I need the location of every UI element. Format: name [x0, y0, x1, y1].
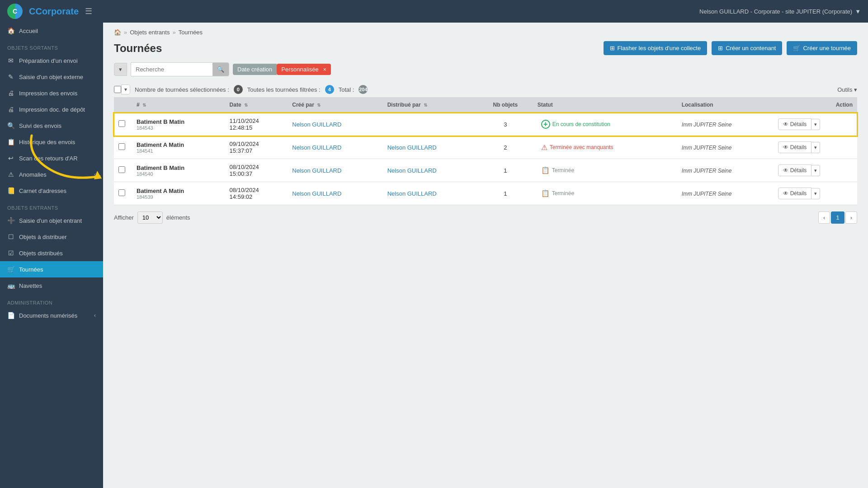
sort-icon-created[interactable]: ⇅: [317, 103, 321, 108]
sort-icon-date[interactable]: ⇅: [244, 103, 248, 108]
row-checkbox[interactable]: [118, 166, 125, 173]
sidebar-item-impression-depot[interactable]: 🖨 Impression doc. de dépôt: [0, 101, 103, 117]
logo-icon: C: [7, 4, 23, 19]
select-dropdown-button[interactable]: ▾: [121, 84, 130, 94]
created-by-link[interactable]: Nelson GUILLARD: [292, 121, 341, 128]
page-title: Tournées: [114, 42, 162, 55]
hamburger-icon[interactable]: ☰: [85, 6, 92, 16]
status-badge: ⚠ Terminée avec manquants: [538, 142, 617, 153]
col-number: # ⇅: [132, 97, 225, 113]
sidebar-item-preparation[interactable]: ✉ Préparation d'un envoi: [0, 52, 103, 69]
details-button[interactable]: 👁 Détails: [778, 164, 812, 176]
details-button[interactable]: 👁 Détails: [778, 188, 812, 199]
nb-objects-value: 1: [504, 190, 507, 197]
tournee-name: Batiment A Matin: [137, 188, 221, 194]
sort-icon-number[interactable]: ⇅: [142, 103, 146, 108]
sort-icon-distributed[interactable]: ⇅: [424, 103, 427, 108]
tools-button[interactable]: Outils ▾: [837, 86, 857, 93]
status-text: En cours de constitution: [552, 121, 610, 127]
total-label: Total :: [339, 86, 354, 93]
cell-date: 08/10/2024 14:59:02: [225, 182, 288, 205]
row-checkbox[interactable]: [118, 189, 125, 196]
sidebar-item-saisie-externe[interactable]: ✎ Saisie d'un objet externe: [0, 69, 103, 85]
details-dropdown-arrow[interactable]: ▾: [811, 188, 820, 199]
sidebar-item-tournees[interactable]: 🛒 Tournées: [0, 261, 103, 277]
sidebar-item-objets-distribuer[interactable]: ☐ Objets à distribuer: [0, 229, 103, 245]
tournee-time: 12:48:15: [230, 124, 283, 131]
breadcrumb-item2: Tournées: [179, 29, 203, 36]
created-by-link[interactable]: Nelson GUILLARD: [292, 167, 341, 174]
action-wrap: 👁 Détails ▾: [778, 164, 853, 176]
cell-checkbox: [114, 113, 132, 136]
per-page-select[interactable]: 102550100: [137, 211, 163, 224]
print2-icon: 🖨: [7, 106, 14, 113]
search-input-wrap: 🔍: [131, 62, 229, 76]
created-by-link[interactable]: Nelson GUILLARD: [292, 190, 341, 197]
sidebar-item-objets-distribues[interactable]: ☑ Objets distribués: [0, 245, 103, 261]
eye-icon: 👁: [783, 144, 788, 150]
details-dropdown-arrow[interactable]: ▾: [811, 142, 820, 153]
sidebar-item-carnet[interactable]: 📒 Carnet d'adresses: [0, 183, 103, 199]
sidebar-item-documents[interactable]: 📄 Documents numérisés ‹: [0, 307, 103, 324]
cell-action: 👁 Détails ▾: [774, 159, 857, 182]
sidebar-item-suivi[interactable]: 🔍 Suivi des envois: [0, 117, 103, 134]
next-page-button[interactable]: ›: [845, 211, 857, 224]
col-date: Date ⇅: [225, 97, 288, 113]
user-dropdown-arrow[interactable]: ▼: [855, 8, 861, 15]
distributed-by-link[interactable]: Nelson GUILLARD: [387, 190, 437, 197]
current-page-button[interactable]: 1: [831, 211, 844, 224]
cell-nb-objects: 3: [478, 113, 533, 136]
details-dropdown-arrow[interactable]: ▾: [811, 119, 820, 130]
cell-checkbox: [114, 136, 132, 159]
prev-page-button[interactable]: ‹: [818, 211, 830, 224]
sidebar-item-label: Impression doc. de dépôt: [19, 106, 85, 113]
topbar: C CCorporate ☰ Nelson GUILLARD - Corpora…: [0, 0, 868, 23]
sidebar-item-navettes[interactable]: 🚌 Navettes: [0, 277, 103, 294]
sidebar-item-accueil[interactable]: 🏠 Accueil: [0, 23, 103, 39]
sidebar-item-scan-retours[interactable]: ↩ Scan des retours d'AR: [0, 150, 103, 166]
filter-dropdown-button[interactable]: ▾: [114, 63, 127, 76]
select-all-checkbox[interactable]: [114, 86, 121, 93]
tournee-id: 184541: [137, 148, 221, 154]
sidebar-item-historique[interactable]: 📋 Historique des envois: [0, 134, 103, 150]
cell-action: 👁 Détails ▾: [774, 136, 857, 159]
table-controls: ▾ Nombre de tournées sélectionnées : 0 T…: [103, 82, 868, 97]
flash-button[interactable]: ⊞ Flasher les objets d'une collecte: [604, 41, 708, 55]
sidebar: 🏠 Accueil OBJETS SORTANTS ✉ Préparation …: [0, 23, 103, 488]
page-actions: ⊞ Flasher les objets d'une collecte ⊞ Cr…: [604, 41, 857, 55]
breadcrumb-home-icon[interactable]: 🏠: [114, 29, 121, 36]
create-tournee-button[interactable]: 🛒 Créer une tournée: [787, 41, 857, 55]
tournee-name: Batiment A Matin: [137, 141, 221, 148]
status-text: Terminée: [552, 190, 574, 197]
filter-tag-label: Date création: [233, 64, 277, 75]
distributed-by-link[interactable]: Nelson GUILLARD: [387, 144, 437, 151]
status-badge: 📋 Terminée: [538, 188, 578, 199]
created-by-link[interactable]: Nelson GUILLARD: [292, 144, 341, 151]
row-checkbox[interactable]: [118, 120, 125, 127]
sidebar-item-impression-envois[interactable]: 🖨 Impression des envois: [0, 85, 103, 101]
sidebar-item-label: Documents numérisés: [19, 312, 77, 319]
row-checkbox[interactable]: [118, 143, 125, 150]
col-action: Action: [774, 97, 857, 113]
search-input[interactable]: [131, 63, 212, 75]
sidebar-item-label: Carnet d'adresses: [19, 188, 66, 194]
tournee-id: 184540: [137, 171, 221, 177]
cell-created-by: Nelson GUILLARD: [288, 159, 382, 182]
sidebar-item-label: Anomalies: [19, 171, 47, 178]
details-button[interactable]: 👁 Détails: [778, 141, 812, 153]
create-container-button[interactable]: ⊞ Créer un contenant: [712, 41, 782, 55]
breadcrumb-item1[interactable]: Objets entrants: [130, 29, 170, 36]
filter-tag-close-icon[interactable]: ×: [323, 66, 326, 73]
sidebar-item-saisie-entrant[interactable]: ➕ Saisie d'un objet entrant: [0, 212, 103, 229]
section-label-entrants: OBJETS ENTRANTS: [0, 199, 103, 212]
search-button[interactable]: 🔍: [212, 63, 229, 76]
status-text: Terminée: [552, 167, 574, 174]
localisation-text: Imm JUPITER Seine: [682, 122, 732, 128]
bus-icon: 🚌: [7, 282, 14, 289]
sidebar-item-anomalies[interactable]: ⚠ Anomalies ‹: [0, 166, 103, 183]
details-button[interactable]: 👁 Détails: [778, 118, 812, 130]
distributed-by-link[interactable]: Nelson GUILLARD: [387, 167, 437, 174]
details-dropdown-arrow[interactable]: ▾: [811, 165, 820, 176]
nb-objects-value: 1: [504, 167, 507, 174]
tournee-id: 184539: [137, 194, 221, 200]
